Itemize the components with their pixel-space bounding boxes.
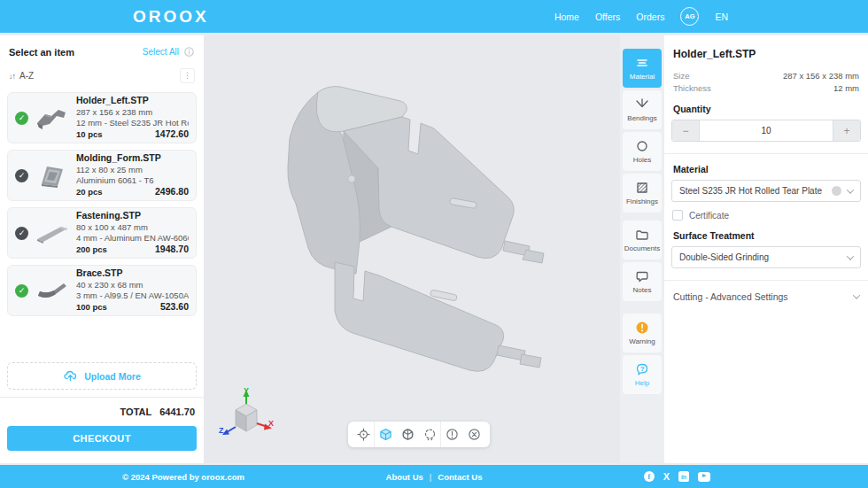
- axis-gizmo: Y X Z: [218, 387, 275, 444]
- issues-button[interactable]: [441, 422, 463, 447]
- check-icon: [15, 284, 28, 298]
- item-material: 4 mm - Aluminum EN AW-6060...: [76, 233, 189, 244]
- facebook-icon[interactable]: f: [644, 471, 655, 482]
- youtube-icon[interactable]: [698, 472, 710, 482]
- advanced-settings-label: Cutting - Advanced Settings: [673, 291, 788, 302]
- sort-control[interactable]: ↓↑ A-Z: [9, 71, 34, 81]
- copyright-text: © 2024 Powered by oroox.com: [122, 472, 244, 482]
- nav-link[interactable]: Orders: [636, 12, 664, 22]
- about-us-link[interactable]: About Us: [386, 472, 423, 482]
- item-molding-form[interactable]: Molding_Form.STP 112 x 80 x 25 mm Alumin…: [7, 150, 197, 201]
- material-info-icon: [832, 186, 841, 196]
- app-logo[interactable]: OROOX: [133, 0, 209, 33]
- part-thumbnail: [35, 105, 70, 131]
- shaded-view-button[interactable]: [375, 422, 397, 447]
- folder-icon: [635, 228, 649, 242]
- bend-arrow-icon: [635, 97, 649, 112]
- item-dimensions: 40 x 230 x 68 mm: [76, 280, 189, 290]
- chevron-down-icon: [847, 252, 854, 259]
- item-brace[interactable]: Brace.STP 40 x 230 x 68 mm 3 mm - Al99.5…: [7, 265, 197, 316]
- select-all-link[interactable]: Select All: [143, 47, 179, 57]
- item-quantity: 100 pcs: [76, 302, 107, 313]
- quantity-decrease-button[interactable]: −: [672, 120, 699, 141]
- item-fastening[interactable]: Fastening.STP 80 x 100 x 487 mm 4 mm - A…: [7, 207, 197, 259]
- quantity-stepper: − 10 +: [671, 120, 861, 142]
- item-price: 523.60: [160, 301, 189, 314]
- info-circle-icon[interactable]: [183, 46, 195, 58]
- item-price: 1948.70: [155, 244, 189, 256]
- nav-link[interactable]: Offers: [595, 12, 620, 22]
- sidebar-title: Select an item: [9, 47, 74, 58]
- contact-us-link[interactable]: Contact Us: [438, 472, 482, 482]
- material-select[interactable]: Steel S235 JR Hot Rolled Tear Plate: [671, 180, 861, 202]
- help-icon: ?: [635, 362, 649, 376]
- axis-x-label: X: [268, 419, 274, 428]
- certificate-checkbox[interactable]: [672, 210, 683, 221]
- app-footer: © 2024 Powered by oroox.com About Us | C…: [0, 465, 868, 488]
- certificate-checkbox-row[interactable]: Certificate: [671, 210, 861, 221]
- item-name: Holder_Left.STP: [76, 95, 189, 107]
- advanced-settings-toggle[interactable]: Cutting - Advanced Settings: [671, 281, 861, 313]
- warning-icon: [635, 321, 649, 335]
- tab-notes[interactable]: Notes: [623, 262, 662, 301]
- size-value: 287 x 156 x 238 mm: [783, 71, 859, 81]
- item-name: Brace.STP: [76, 267, 189, 280]
- avatar[interactable]: AG: [680, 7, 699, 26]
- check-icon: [15, 169, 28, 182]
- feature-tabs: Material Bendings Holes Finishin: [620, 35, 664, 463]
- item-name: Fastening.STP: [76, 210, 189, 222]
- surface-treatment-select[interactable]: Double-Sided Grinding: [671, 246, 861, 268]
- check-icon: [15, 227, 28, 240]
- divider: [664, 153, 868, 154]
- speech-bubble-icon: [635, 269, 649, 283]
- checkout-button[interactable]: CHECKOUT: [7, 426, 197, 451]
- material-label: Material: [671, 164, 861, 174]
- x-icon[interactable]: X: [663, 472, 670, 482]
- social-icons: fXin: [644, 471, 710, 482]
- surface-treatment-value: Double-Sided Grinding: [679, 252, 848, 262]
- tab-holes[interactable]: Holes: [623, 132, 662, 171]
- chevron-down-icon: [847, 186, 854, 193]
- thickness-label: Thickness: [673, 83, 711, 93]
- nav-link[interactable]: Home: [554, 12, 579, 22]
- upload-more-button[interactable]: Upload More: [7, 362, 197, 390]
- tab-documents[interactable]: Documents: [623, 221, 662, 259]
- tab-help[interactable]: ? Help: [623, 355, 662, 394]
- tab-warning[interactable]: Warning: [623, 314, 662, 352]
- linkedin-icon[interactable]: in: [678, 471, 689, 482]
- layers-icon: [635, 56, 649, 70]
- part-thumbnail: [35, 162, 70, 189]
- main-content: Select an item Select All ↓↑ A-Z ⋮: [0, 33, 868, 465]
- item-material: 3 mm - Al99.5 / EN AW-1050A...: [76, 290, 189, 301]
- close-view-button[interactable]: [463, 422, 485, 447]
- part-details-panel: Holder_Left.STP Size 287 x 156 x 238 mm …: [664, 35, 868, 463]
- app-header: OROOX HomeOffersOrders AG EN: [0, 0, 868, 33]
- 3d-viewer[interactable]: Y X Z: [204, 35, 620, 463]
- more-options-button[interactable]: ⋮: [180, 68, 195, 83]
- surface-treatment-label: Surface Treatment: [671, 230, 861, 241]
- item-price: 2496.80: [155, 186, 189, 198]
- quantity-value[interactable]: 10: [699, 120, 833, 141]
- tab-bendings[interactable]: Bendings: [623, 90, 662, 129]
- item-holder-left[interactable]: Holder_Left.STP 287 x 156 x 238 mm 12 mm…: [7, 92, 197, 143]
- wireframe-view-button[interactable]: [397, 422, 419, 447]
- quantity-increase-button[interactable]: +: [833, 120, 860, 141]
- chevron-down-icon: [853, 291, 860, 298]
- certificate-label: Certificate: [689, 211, 729, 221]
- hatch-icon: [635, 181, 649, 195]
- item-quantity: 200 pcs: [76, 244, 107, 255]
- footer-separator: |: [430, 472, 431, 482]
- select-mode-button[interactable]: [419, 422, 441, 447]
- sort-arrows-icon: ↓↑: [9, 72, 15, 81]
- items-sidebar: Select an item Select All ↓↑ A-Z ⋮: [0, 35, 204, 463]
- circle-icon: [635, 139, 649, 153]
- material-value: Steel S235 JR Hot Rolled Tear Plate: [679, 186, 832, 196]
- quantity-label: Quantity: [671, 104, 861, 114]
- focus-view-button[interactable]: [353, 422, 375, 447]
- tab-material[interactable]: Material: [623, 49, 662, 88]
- part-thumbnail: [35, 220, 70, 246]
- header-nav: HomeOffersOrders AG EN: [554, 0, 728, 33]
- language-selector[interactable]: EN: [715, 12, 728, 22]
- tab-finishings[interactable]: Finishings: [623, 174, 662, 213]
- total-value: 6441.70: [159, 407, 195, 417]
